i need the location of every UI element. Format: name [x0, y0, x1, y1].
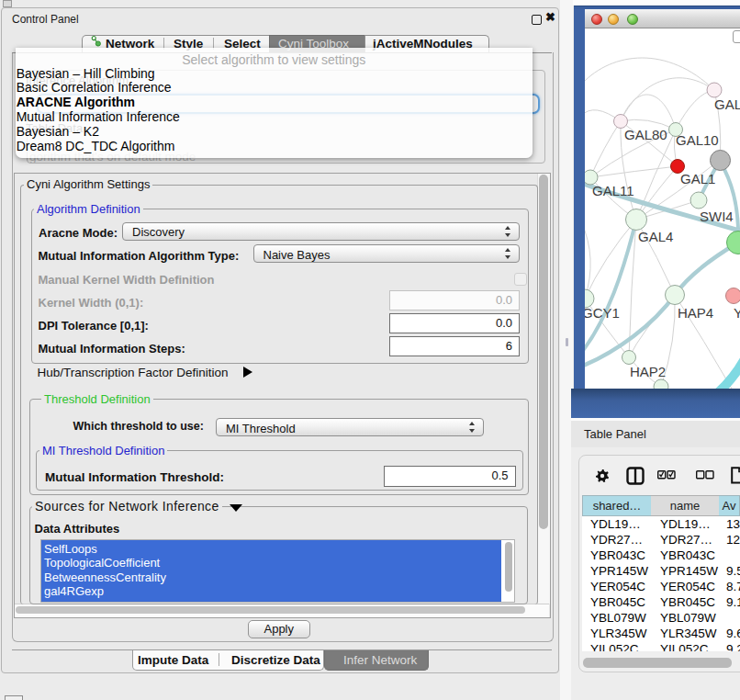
- svg-text:HAP4: HAP4: [678, 305, 713, 321]
- svg-text:GAL10: GAL10: [676, 132, 719, 148]
- svg-text:GAL4: GAL4: [638, 229, 673, 244]
- svg-text:GAL1: GAL1: [680, 171, 715, 186]
- svg-text:HAP2: HAP2: [630, 364, 666, 379]
- svg-text:GAL11: GAL11: [592, 183, 634, 198]
- svg-text:SWI4: SWI4: [700, 209, 734, 224]
- svg-text:GAL80: GAL80: [624, 127, 667, 142]
- svg-text:YD: YD: [734, 305, 740, 321]
- svg-text:GAL7: GAL7: [714, 96, 740, 112]
- svg-text:GCY1: GCY1: [585, 305, 620, 321]
